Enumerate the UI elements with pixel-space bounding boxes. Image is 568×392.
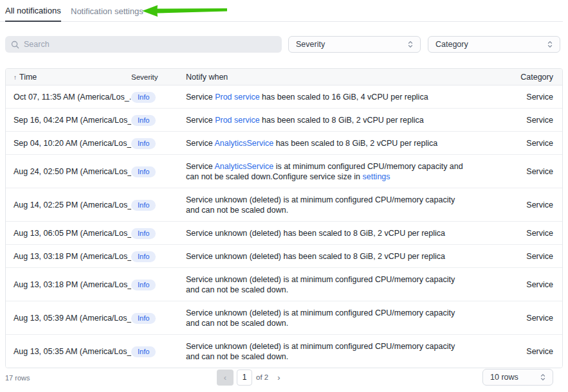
row-time: Aug 13, 06:05 PM (America/Los_... bbox=[6, 229, 131, 238]
row-category: Service bbox=[475, 229, 562, 238]
row-time: Sep 04, 10:20 AM (America/Los_... bbox=[6, 139, 131, 148]
row-category: Service bbox=[475, 252, 562, 261]
row-category: Service bbox=[475, 116, 562, 125]
table-row: Aug 13, 03:18 PM (America/Los_...InfoSer… bbox=[6, 245, 562, 268]
table-row: Aug 13, 05:35 AM (America/Los_...InfoSer… bbox=[6, 335, 562, 368]
next-page-button[interactable]: › bbox=[275, 371, 282, 384]
tab-notification-settings[interactable]: Notification settings bbox=[71, 0, 143, 22]
tab-all-notifications[interactable]: All notifications bbox=[5, 0, 61, 22]
severity-select[interactable]: Severity bbox=[288, 36, 421, 53]
page-size-value: 10 rows bbox=[490, 373, 518, 382]
row-time: Aug 13, 03:18 PM (America/Los_... bbox=[6, 252, 131, 261]
notifications-table: ↑Time Severity Notify when Category Oct … bbox=[5, 68, 563, 368]
severity-select-value: Severity bbox=[296, 40, 325, 49]
search-field bbox=[5, 36, 282, 53]
message-link[interactable]: Prod service bbox=[215, 116, 259, 125]
row-severity: Info bbox=[131, 250, 186, 262]
row-severity: Info bbox=[131, 165, 186, 177]
table-row: Oct 07, 11:35 AM (America/Los_...InfoSer… bbox=[6, 85, 562, 109]
row-message: Service AnalyticsService has been scaled… bbox=[186, 132, 475, 154]
row-category: Service bbox=[475, 347, 562, 356]
severity-badge: Info bbox=[131, 92, 156, 103]
row-message: Service unknown (deleted) is at minimum … bbox=[186, 335, 475, 368]
row-message: Service Prod service has been scaled to … bbox=[186, 109, 475, 131]
row-time: Aug 13, 05:35 AM (America/Los_... bbox=[6, 347, 131, 356]
row-time: Aug 24, 02:50 PM (America/Los_... bbox=[6, 167, 131, 176]
severity-badge: Info bbox=[131, 313, 156, 324]
row-category: Service bbox=[475, 167, 562, 176]
row-category: Service bbox=[475, 93, 562, 102]
row-severity: Info bbox=[131, 114, 186, 126]
row-message: Service Prod service has been scaled to … bbox=[186, 85, 475, 108]
row-time: Aug 13, 05:39 AM (America/Los_... bbox=[6, 314, 131, 323]
row-category: Service bbox=[475, 139, 562, 148]
page-number-input[interactable] bbox=[237, 370, 252, 386]
severity-badge: Info bbox=[131, 166, 156, 177]
severity-badge: Info bbox=[131, 280, 156, 290]
severity-badge: Info bbox=[131, 200, 156, 211]
severity-badge: Info bbox=[131, 251, 156, 262]
row-category: Service bbox=[475, 200, 562, 209]
tab-notification-settings-label: Notification settings bbox=[71, 6, 143, 16]
column-header-time-label: Time bbox=[19, 73, 37, 82]
page-size-select[interactable]: 10 rows bbox=[482, 369, 553, 386]
row-message: Service unknown (deleted) has been scale… bbox=[186, 222, 475, 244]
category-select[interactable]: Category bbox=[428, 36, 560, 53]
row-category: Service bbox=[475, 280, 562, 289]
table-body: Oct 07, 11:35 AM (America/Los_...InfoSer… bbox=[6, 85, 562, 368]
chevron-right-icon: › bbox=[277, 373, 280, 382]
row-severity: Info bbox=[131, 137, 186, 149]
chevron-up-down-icon bbox=[407, 40, 414, 49]
chevron-up-down-icon bbox=[539, 373, 547, 382]
severity-badge: Info bbox=[131, 115, 156, 126]
pagination: ‹ of 2 › bbox=[217, 369, 283, 386]
row-time: Oct 07, 11:35 AM (America/Los_... bbox=[6, 93, 131, 102]
table-row: Aug 13, 03:18 PM (America/Los_...InfoSer… bbox=[6, 268, 562, 301]
row-message: Service unknown (deleted) is at minimum … bbox=[186, 188, 475, 221]
previous-page-button[interactable]: ‹ bbox=[217, 370, 234, 386]
message-link[interactable]: settings bbox=[362, 172, 390, 181]
table-row: Aug 13, 06:05 PM (America/Los_...InfoSer… bbox=[6, 222, 562, 245]
row-time: Aug 14, 02:25 PM (America/Los_... bbox=[6, 200, 131, 209]
table-row: Aug 13, 05:39 AM (America/Los_...InfoSer… bbox=[6, 301, 562, 335]
row-message: Service unknown (deleted) is at minimum … bbox=[186, 301, 475, 334]
column-header-notify-when[interactable]: Notify when bbox=[186, 72, 475, 82]
column-header-category[interactable]: Category bbox=[475, 73, 562, 82]
chevron-up-down-icon bbox=[546, 40, 554, 49]
row-time: Aug 13, 03:18 PM (America/Los_... bbox=[6, 280, 131, 289]
row-message: Service unknown (deleted) is at minimum … bbox=[186, 268, 475, 301]
row-time: Sep 16, 04:24 PM (America/Los_... bbox=[6, 116, 131, 125]
row-count-label: 17 rows bbox=[5, 374, 30, 382]
table-row: Sep 04, 10:20 AM (America/Los_...InfoSer… bbox=[6, 132, 562, 155]
notifications-page: All notifications Notification settings … bbox=[0, 0, 568, 392]
chevron-left-icon: ‹ bbox=[224, 373, 226, 382]
search-input[interactable] bbox=[24, 40, 276, 49]
message-link[interactable]: Prod service bbox=[215, 93, 259, 102]
page-of-label: of 2 bbox=[256, 373, 268, 381]
row-message: Service unknown (deleted) has been scale… bbox=[186, 245, 475, 267]
column-header-severity[interactable]: Severity bbox=[131, 73, 186, 81]
severity-badge: Info bbox=[131, 346, 156, 357]
row-category: Service bbox=[475, 314, 562, 323]
row-severity: Info bbox=[131, 227, 186, 239]
annotation-arrow-icon bbox=[141, 4, 228, 18]
tab-all-notifications-label: All notifications bbox=[5, 6, 61, 15]
tab-bar: All notifications Notification settings bbox=[0, 0, 563, 22]
row-severity: Info bbox=[131, 199, 186, 211]
row-severity: Info bbox=[131, 91, 186, 103]
search-icon bbox=[11, 40, 19, 49]
category-select-value: Category bbox=[435, 40, 468, 49]
message-link[interactable]: AnalyticsService bbox=[214, 139, 273, 148]
row-severity: Info bbox=[131, 312, 186, 324]
table-header: ↑Time Severity Notify when Category bbox=[6, 69, 562, 85]
severity-badge: Info bbox=[131, 138, 156, 149]
table-row: Aug 14, 02:25 PM (America/Los_...InfoSer… bbox=[6, 188, 562, 222]
column-header-time[interactable]: ↑Time bbox=[6, 73, 131, 82]
message-link[interactable]: AnalyticsService bbox=[214, 162, 273, 171]
table-row: Aug 24, 02:50 PM (America/Los_...InfoSer… bbox=[6, 155, 562, 188]
row-message: Service AnalyticsService is at minimum c… bbox=[186, 155, 475, 188]
severity-badge: Info bbox=[131, 228, 156, 239]
sort-ascending-icon: ↑ bbox=[14, 74, 17, 81]
table-row: Sep 16, 04:24 PM (America/Los_...InfoSer… bbox=[6, 109, 562, 132]
row-severity: Info bbox=[131, 278, 186, 290]
